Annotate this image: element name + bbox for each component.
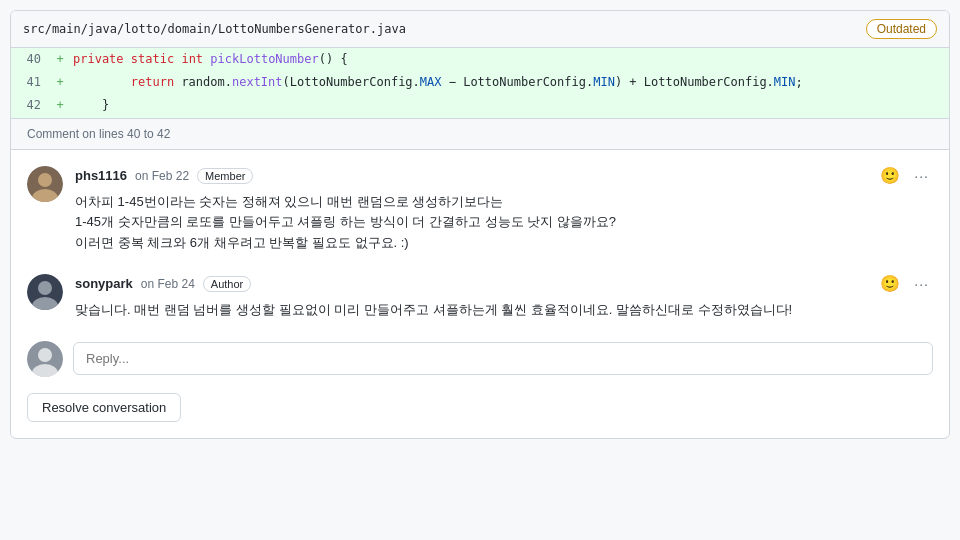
line-number: 42 (11, 94, 51, 117)
review-panel: src/main/java/lotto/domain/LottoNumbersG… (10, 10, 950, 439)
line-number: 41 (11, 71, 51, 94)
emoji-reaction-button[interactable]: 🙂 (878, 166, 902, 186)
line-code: } (69, 94, 949, 117)
file-path: src/main/java/lotto/domain/LottoNumbersG… (23, 22, 406, 36)
comment-text: 맞습니다. 매번 랜덤 넘버를 생성할 필요없이 미리 만들어주고 셔플하는게 … (75, 300, 933, 321)
line-mark: + (51, 94, 69, 117)
comments-section: phs1116on Feb 22Member🙂···어차피 1-45번이라는 숫… (11, 150, 949, 438)
reply-section (27, 341, 933, 377)
avatar (27, 274, 63, 310)
line-code: return random.nextInt(LottoNumberConfig.… (69, 71, 949, 94)
comment-meta: sonyparkon Feb 24Author🙂··· (75, 274, 933, 294)
fn-token: pickLottoNumber (210, 52, 318, 66)
comment-item: phs1116on Feb 22Member🙂···어차피 1-45번이라는 숫… (27, 166, 933, 254)
resolve-section: Resolve conversation (27, 393, 933, 422)
kw-token: return (131, 75, 174, 89)
comment-meta: phs1116on Feb 22Member🙂··· (75, 166, 933, 186)
comment-text: 어차피 1-45번이라는 숫자는 정해져 있으니 매번 랜덤으로 생성하기보다는… (75, 192, 933, 254)
avatar (27, 166, 63, 202)
line-code: private static int pickLottoNumber() { (69, 48, 949, 71)
comment-author: sonypark (75, 276, 133, 291)
comment-actions: 🙂··· (878, 274, 933, 294)
code-line: 42+ } (11, 94, 949, 117)
more-options-button[interactable]: ··· (910, 167, 933, 185)
more-options-button[interactable]: ··· (910, 275, 933, 293)
kw-token: static (131, 52, 174, 66)
svg-point-4 (38, 281, 52, 295)
kw-token: private (73, 52, 124, 66)
reply-input[interactable] (73, 342, 933, 375)
reply-avatar (27, 341, 63, 377)
fn-token: nextInt (232, 75, 283, 89)
cls-token: MIN (593, 75, 615, 89)
comment-range-label: Comment on lines 40 to 42 (11, 119, 949, 150)
cls-token: MIN (774, 75, 796, 89)
comment-date: on Feb 24 (141, 277, 195, 291)
comment-date: on Feb 22 (135, 169, 189, 183)
code-table: 40+private static int pickLottoNumber() … (11, 48, 949, 118)
line-number: 40 (11, 48, 51, 71)
comment-body: phs1116on Feb 22Member🙂···어차피 1-45번이라는 숫… (75, 166, 933, 254)
code-line: 40+private static int pickLottoNumber() … (11, 48, 949, 71)
code-header: src/main/java/lotto/domain/LottoNumbersG… (11, 11, 949, 48)
svg-point-1 (38, 173, 52, 187)
line-mark: + (51, 48, 69, 71)
resolve-button[interactable]: Resolve conversation (27, 393, 181, 422)
comment-body: sonyparkon Feb 24Author🙂···맞습니다. 매번 랜덤 넘… (75, 274, 933, 321)
code-block: 40+private static int pickLottoNumber() … (11, 48, 949, 119)
comment-author: phs1116 (75, 168, 127, 183)
line-mark: + (51, 71, 69, 94)
emoji-reaction-button[interactable]: 🙂 (878, 274, 902, 294)
role-badge: Member (197, 168, 253, 184)
role-badge: Author (203, 276, 251, 292)
comment-item: sonyparkon Feb 24Author🙂···맞습니다. 매번 랜덤 넘… (27, 274, 933, 321)
svg-point-7 (38, 348, 52, 362)
outdated-badge: Outdated (866, 19, 937, 39)
kw-token: int (181, 52, 203, 66)
comment-actions: 🙂··· (878, 166, 933, 186)
code-line: 41+ return random.nextInt(LottoNumberCon… (11, 71, 949, 94)
cls-token: MAX (420, 75, 442, 89)
